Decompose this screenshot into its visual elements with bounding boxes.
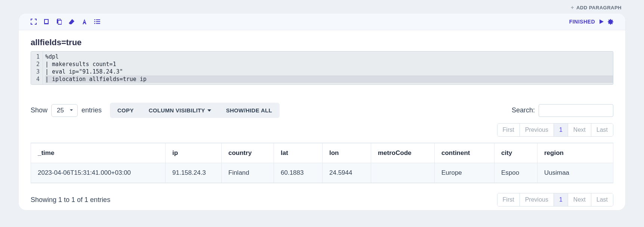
- table-info: Showing 1 to 1 of 1 entries: [31, 196, 110, 204]
- column-visibility-button[interactable]: COLUMN VISIBILITY: [141, 103, 219, 118]
- cell-continent: Europe: [435, 163, 494, 183]
- chevron-down-icon: [69, 107, 74, 114]
- svg-rect-3: [36, 19, 37, 21]
- svg-rect-13: [96, 23, 100, 24]
- page-size-select[interactable]: 25: [51, 104, 78, 117]
- page-size-value: 25: [57, 107, 64, 114]
- search-label: Search:: [512, 106, 535, 114]
- add-paragraph-button[interactable]: + ADD PARAGRAPH: [571, 4, 622, 10]
- cell-lat: 60.1883: [274, 163, 323, 183]
- col-time[interactable]: _time: [31, 143, 166, 163]
- copy-icon[interactable]: [56, 19, 62, 25]
- status-label: FINISHED: [569, 19, 595, 25]
- paragraph-title: allfields=true: [31, 38, 613, 47]
- results-table: _time ip country lat lon metroCode conti…: [31, 143, 613, 183]
- svg-rect-12: [94, 23, 95, 24]
- page-1-bottom[interactable]: 1: [554, 193, 568, 206]
- code-editor[interactable]: 1 2 3 4 %dpl | makeresults count=1 | eva…: [31, 51, 613, 85]
- page-1[interactable]: 1: [554, 124, 568, 136]
- list-icon[interactable]: [94, 19, 100, 25]
- table-header-row: _time ip country lat lon metroCode conti…: [31, 143, 613, 163]
- paragraph-toolbar: FINISHED: [19, 13, 625, 30]
- col-region[interactable]: region: [537, 143, 613, 163]
- pagination-bottom: First Previous 1 Next Last: [497, 193, 613, 206]
- copy-button[interactable]: COPY: [110, 103, 141, 118]
- gear-icon[interactable]: [608, 19, 613, 25]
- page-last[interactable]: Last: [591, 124, 613, 136]
- cell-ip: 91.158.24.3: [166, 163, 222, 183]
- add-paragraph-label: ADD PARAGRAPH: [576, 5, 622, 10]
- cell-region: Uusimaa: [537, 163, 613, 183]
- svg-rect-11: [96, 21, 100, 22]
- cell-metrocode: [371, 163, 435, 183]
- page-first-bottom[interactable]: First: [497, 193, 520, 206]
- pagination-top: First Previous 1 Next Last: [497, 123, 613, 137]
- code-lines: %dpl | makeresults count=1 | eval ip="91…: [43, 52, 613, 84]
- svg-rect-1: [31, 19, 31, 21]
- page-next[interactable]: Next: [568, 124, 591, 136]
- page-next-bottom[interactable]: Next: [568, 193, 591, 206]
- book-icon[interactable]: [43, 19, 49, 25]
- font-icon[interactable]: [81, 19, 87, 25]
- page-last-bottom[interactable]: Last: [591, 193, 613, 206]
- caret-down-icon: [207, 109, 211, 112]
- cell-lon: 24.5944: [323, 163, 371, 183]
- entries-label: entries: [81, 106, 102, 114]
- col-lon[interactable]: lon: [323, 143, 371, 163]
- line-gutter: 1 2 3 4: [31, 52, 43, 84]
- col-continent[interactable]: continent: [435, 143, 494, 163]
- show-hide-all-button[interactable]: SHOW/HIDE ALL: [219, 103, 280, 118]
- eraser-icon[interactable]: [69, 19, 75, 25]
- col-country[interactable]: country: [222, 143, 274, 163]
- plus-icon: +: [571, 4, 574, 10]
- col-lat[interactable]: lat: [274, 143, 323, 163]
- cell-country: Finland: [222, 163, 274, 183]
- col-ip[interactable]: ip: [166, 143, 222, 163]
- page-first[interactable]: First: [497, 124, 520, 136]
- svg-rect-8: [94, 19, 95, 20]
- page-previous-bottom[interactable]: Previous: [520, 193, 554, 206]
- svg-rect-9: [96, 19, 100, 20]
- page-previous[interactable]: Previous: [520, 124, 554, 136]
- svg-rect-10: [94, 21, 95, 22]
- cell-time: 2023-04-06T15:31:41.000+03:00: [31, 163, 166, 183]
- svg-rect-5: [31, 23, 31, 25]
- paragraph-card: FINISHED allfields=true 1 2 3 4 %dpl | m…: [19, 13, 625, 210]
- search-input[interactable]: [539, 104, 613, 117]
- show-label: Show: [31, 106, 47, 114]
- svg-rect-7: [36, 23, 37, 25]
- run-icon[interactable]: [599, 19, 604, 24]
- cell-city: Espoo: [494, 163, 537, 183]
- collapse-icon[interactable]: [31, 19, 37, 25]
- table-row: 2023-04-06T15:31:41.000+03:00 91.158.24.…: [31, 163, 613, 183]
- col-metrocode[interactable]: metroCode: [371, 143, 435, 163]
- col-city[interactable]: city: [494, 143, 537, 163]
